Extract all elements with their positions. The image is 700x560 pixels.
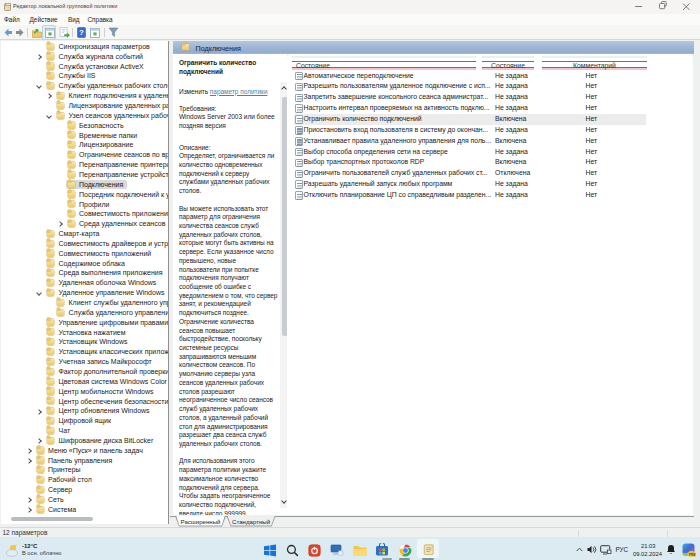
svg-text:PRE: PRE xyxy=(689,553,696,557)
svg-text:?: ? xyxy=(79,28,84,37)
